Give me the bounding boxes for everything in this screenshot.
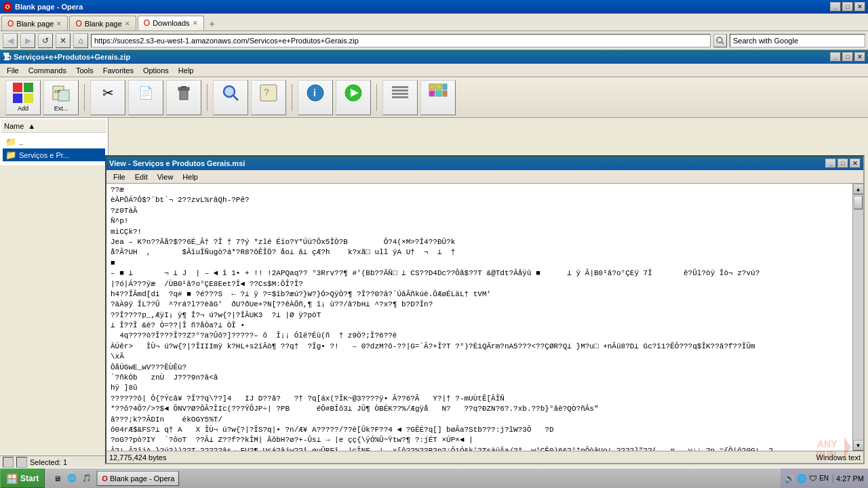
fm-title-text: 🗜 Serviços+e+Produtos+Gerais.zip [3,52,130,62]
toolbar-separator-1 [84,84,85,111]
ql-desktop-icon[interactable]: 🖥 [50,472,64,485]
fm-toolbar: Add ZIP Ext... ✂ 📄 [0,77,868,118]
taskbar-opera-btn[interactable]: O Blank page - Opera [97,471,179,486]
text-viewer-window: View - Serviços e Produtos Gerais.msi _ … [105,155,865,165]
fm-run-btn[interactable] [336,80,371,115]
svg-rect-29 [443,91,447,96]
svg-line-1 [722,42,724,44]
tab-close-2[interactable]: ✕ [193,20,198,26]
tree-body: 📁 .. 📁 Serviços e Pr... [1,133,106,164]
tab-label-1: Blank page [85,20,122,28]
delete-icon [173,82,195,104]
svg-text:ZIP: ZIP [54,89,60,94]
tray-icons: 🔊 🌐 🛡 EN [785,474,833,483]
tab-icon-1: O [75,19,81,28]
tab-add-button[interactable]: + [205,17,219,30]
fm-menu-commands[interactable]: Commands [24,65,71,76]
add-icon [12,82,34,104]
tab-close-1[interactable]: ✕ [125,20,130,27]
system-tray: 🔊 🌐 🛡 EN 4:27 PM [781,468,868,488]
fm-info-btn[interactable]: i [298,80,333,115]
toolbar-separator-4 [376,84,377,111]
browser-maximize-btn[interactable]: □ [842,2,853,12]
tree-item-0[interactable]: 📁 .. [3,136,105,148]
tv-window-controls: _ □ ✕ [825,159,861,165]
toolbar-separator-2 [207,84,208,111]
fm-menu-options[interactable]: Options [139,65,173,76]
fm-grid-btn[interactable] [420,80,456,115]
svg-point-0 [717,37,722,43]
tree-item-1[interactable]: 📁 Serviços e Pr... [3,148,105,161]
svg-line-13 [233,96,238,100]
fm-cut-btn[interactable]: ✂ [90,80,125,115]
fm-menu-help[interactable]: Help [174,65,198,76]
home-button[interactable]: ⌂ [73,33,88,48]
reload-button[interactable]: ↺ [38,33,53,48]
fm-maximize-btn[interactable]: □ [842,52,853,62]
svg-rect-11 [181,86,186,88]
fm-minimize-btn[interactable]: _ [830,52,841,62]
fm-window-icon: 🗜 [3,52,11,62]
fm-find2-btn[interactable]: ? [251,80,286,115]
back-button[interactable]: ◀ [3,33,18,48]
stop-button[interactable]: ✕ [56,33,71,48]
list-icon [389,82,411,104]
start-button[interactable]: 🪟 Start [0,468,45,488]
fm-copy-btn[interactable]: 📄 [128,80,163,115]
svg-rect-5 [24,94,33,103]
tray-icon-4: EN [819,474,829,482]
tab-0[interactable]: O Blank page ✕ [1,16,68,30]
fm-add-btn[interactable]: Add [5,80,41,115]
tree-item-label-1: Serviços e Pr... [19,151,69,159]
tab-icon-2: O [144,18,150,28]
svg-marker-32 [844,437,851,458]
opera-taskbar-label: Blank page - Opera [110,474,174,483]
address-input[interactable] [91,34,711,47]
browser-minimize-btn[interactable]: _ [830,2,841,12]
tree-item-label-0: .. [19,138,23,146]
tab-icon-0: O [7,19,14,28]
fm-menu-file[interactable]: File [3,65,23,76]
search-icon-btn[interactable] [713,34,727,47]
fm-find-btn[interactable] [213,80,248,115]
fm-list-btn[interactable] [382,80,418,115]
svg-text:i: i [313,87,316,98]
tab-1[interactable]: O Blank page ✕ [69,16,136,30]
tree-header: Name ▲ [1,119,106,133]
svg-rect-2 [13,83,22,92]
browser-window-controls: _ □ ✕ [830,2,865,12]
svg-rect-23 [392,96,408,98]
ql-media-icon[interactable]: 🎵 [80,472,94,485]
taskbar: 🪟 Start 🖥 🌐 🎵 O Blank page - Opera 🔊 🌐 🛡… [0,468,868,488]
fm-menu-favorites[interactable]: Favorites [99,65,138,76]
tv-minimize-btn[interactable]: _ [825,159,836,165]
ql-ie-icon[interactable]: 🌐 [65,472,79,485]
tv-close-btn[interactable]: ✕ [850,159,861,165]
toolbar-separator-3 [292,84,292,111]
browser-close-btn[interactable]: ✕ [854,2,865,12]
tray-icon-2: 🌐 [797,474,807,483]
fm-ext-btn[interactable]: ZIP Ext... [43,80,79,115]
tab-2[interactable]: O Downloads ✕ [138,16,204,30]
name-col-header: Name [4,122,24,130]
svg-rect-3 [24,83,33,92]
search-input[interactable] [730,34,865,47]
tab-close-0[interactable]: ✕ [56,20,62,27]
quick-launch-area: 🖥 🌐 🎵 [47,470,97,487]
tab-label-2: Downloads [153,19,189,27]
fm-delete-btn[interactable] [166,80,201,115]
tv-maximize-btn[interactable]: □ [837,159,848,165]
fm-menu-tools[interactable]: Tools [72,65,98,76]
tv-titlebar: View - Serviços e Produtos Gerais.msi _ … [106,157,863,165]
anyrun-logo: ANY RUN [814,434,854,461]
opera-browser-window: O Blank page - Opera _ □ ✕ O Blank page … [0,0,868,468]
svg-rect-4 [13,94,22,103]
fm-window-controls: _ □ ✕ [830,52,865,62]
fm-close-btn[interactable]: ✕ [854,52,865,62]
svg-text:?: ? [264,87,269,98]
add-btn-label: Add [18,105,28,112]
tray-icon-3: 🛡 [809,474,817,483]
system-clock: 4:27 PM [836,474,864,483]
opera-taskbar-icon: O [102,474,108,483]
forward-button[interactable]: ▶ [20,33,35,48]
